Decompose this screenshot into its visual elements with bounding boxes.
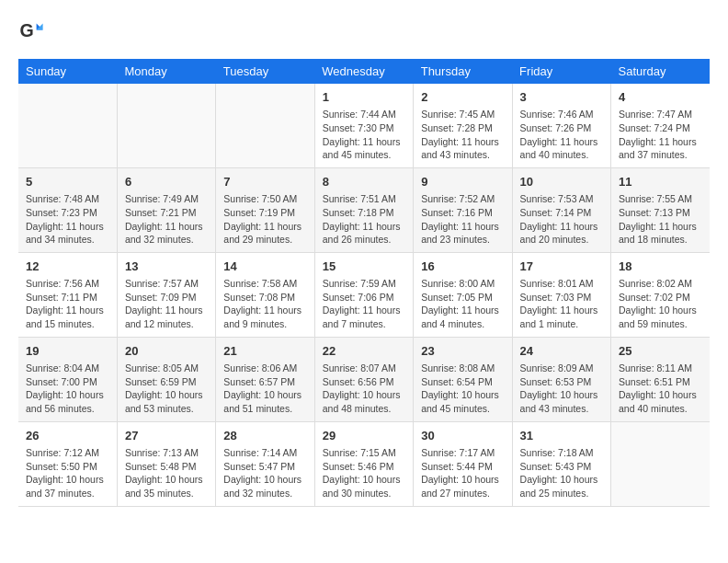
calendar-cell: 2Sunrise: 7:45 AM Sunset: 7:28 PM Daylig… xyxy=(414,84,512,167)
day-number: 27 xyxy=(125,428,208,444)
day-number: 4 xyxy=(619,89,702,106)
calendar-cell: 12Sunrise: 7:56 AM Sunset: 7:11 PM Dayli… xyxy=(18,252,117,337)
day-info: Sunrise: 7:12 AM Sunset: 5:50 PM Dayligh… xyxy=(26,446,109,500)
calendar-cell: 18Sunrise: 8:02 AM Sunset: 7:02 PM Dayli… xyxy=(611,252,710,337)
calendar-cell xyxy=(611,421,710,506)
calendar-cell: 8Sunrise: 7:51 AM Sunset: 7:18 PM Daylig… xyxy=(314,167,413,252)
day-number: 10 xyxy=(520,174,603,190)
day-info: Sunrise: 8:06 AM Sunset: 6:57 PM Dayligh… xyxy=(223,362,306,416)
day-info: Sunrise: 7:17 AM Sunset: 5:44 PM Dayligh… xyxy=(421,446,504,500)
weekday-header-sunday: Sunday xyxy=(18,59,117,84)
logo: G xyxy=(18,18,48,44)
week-row-5: 26Sunrise: 7:12 AM Sunset: 5:50 PM Dayli… xyxy=(18,421,710,506)
calendar-cell: 22Sunrise: 8:07 AM Sunset: 6:56 PM Dayli… xyxy=(314,337,413,421)
day-number: 22 xyxy=(323,343,405,360)
calendar-cell: 24Sunrise: 8:09 AM Sunset: 6:53 PM Dayli… xyxy=(512,337,610,421)
day-number: 28 xyxy=(223,428,306,444)
weekday-header-friday: Friday xyxy=(512,59,610,84)
day-number: 6 xyxy=(125,174,208,190)
calendar-cell: 13Sunrise: 7:57 AM Sunset: 7:09 PM Dayli… xyxy=(117,252,215,337)
calendar-cell: 9Sunrise: 7:52 AM Sunset: 7:16 PM Daylig… xyxy=(414,167,512,252)
weekday-header-tuesday: Tuesday xyxy=(216,59,314,84)
week-row-2: 5Sunrise: 7:48 AM Sunset: 7:23 PM Daylig… xyxy=(18,167,710,252)
day-info: Sunrise: 8:04 AM Sunset: 7:00 PM Dayligh… xyxy=(26,362,109,416)
calendar-cell: 30Sunrise: 7:17 AM Sunset: 5:44 PM Dayli… xyxy=(414,421,512,506)
day-info: Sunrise: 7:48 AM Sunset: 7:23 PM Dayligh… xyxy=(26,192,109,247)
calendar-cell xyxy=(18,84,117,167)
day-number: 8 xyxy=(323,174,405,190)
day-info: Sunrise: 7:57 AM Sunset: 7:09 PM Dayligh… xyxy=(125,277,208,331)
day-number: 24 xyxy=(520,343,603,360)
day-number: 16 xyxy=(421,259,504,275)
calendar-cell: 11Sunrise: 7:55 AM Sunset: 7:13 PM Dayli… xyxy=(611,167,710,252)
calendar-cell xyxy=(216,84,314,167)
page-header: G xyxy=(18,18,710,44)
day-info: Sunrise: 7:58 AM Sunset: 7:08 PM Dayligh… xyxy=(223,277,306,331)
day-info: Sunrise: 7:46 AM Sunset: 7:26 PM Dayligh… xyxy=(520,108,603,162)
day-number: 18 xyxy=(619,259,702,275)
day-info: Sunrise: 8:09 AM Sunset: 6:53 PM Dayligh… xyxy=(520,362,603,416)
day-info: Sunrise: 7:50 AM Sunset: 7:19 PM Dayligh… xyxy=(223,192,306,247)
calendar-cell: 20Sunrise: 8:05 AM Sunset: 6:59 PM Dayli… xyxy=(117,337,215,421)
day-info: Sunrise: 7:52 AM Sunset: 7:16 PM Dayligh… xyxy=(421,192,504,247)
day-number: 2 xyxy=(421,89,504,106)
calendar-cell: 1Sunrise: 7:44 AM Sunset: 7:30 PM Daylig… xyxy=(314,84,413,167)
day-number: 20 xyxy=(125,343,208,360)
day-info: Sunrise: 7:51 AM Sunset: 7:18 PM Dayligh… xyxy=(323,192,405,247)
day-number: 15 xyxy=(323,259,405,275)
day-info: Sunrise: 8:08 AM Sunset: 6:54 PM Dayligh… xyxy=(421,362,504,416)
day-number: 26 xyxy=(26,428,109,444)
day-info: Sunrise: 7:55 AM Sunset: 7:13 PM Dayligh… xyxy=(619,192,702,247)
calendar-header: SundayMondayTuesdayWednesdayThursdayFrid… xyxy=(18,59,710,84)
calendar-cell: 31Sunrise: 7:18 AM Sunset: 5:43 PM Dayli… xyxy=(512,421,610,506)
week-row-4: 19Sunrise: 8:04 AM Sunset: 7:00 PM Dayli… xyxy=(18,337,710,421)
calendar-cell xyxy=(117,84,215,167)
calendar-body: 1Sunrise: 7:44 AM Sunset: 7:30 PM Daylig… xyxy=(18,84,710,506)
weekday-row: SundayMondayTuesdayWednesdayThursdayFrid… xyxy=(18,59,710,84)
day-info: Sunrise: 8:11 AM Sunset: 6:51 PM Dayligh… xyxy=(619,362,702,416)
day-info: Sunrise: 7:49 AM Sunset: 7:21 PM Dayligh… xyxy=(125,192,208,247)
weekday-header-wednesday: Wednesday xyxy=(314,59,413,84)
day-number: 25 xyxy=(619,343,702,360)
calendar-cell: 21Sunrise: 8:06 AM Sunset: 6:57 PM Dayli… xyxy=(216,337,314,421)
calendar-table: SundayMondayTuesdayWednesdayThursdayFrid… xyxy=(18,59,710,507)
day-info: Sunrise: 8:05 AM Sunset: 6:59 PM Dayligh… xyxy=(125,362,208,416)
svg-text:G: G xyxy=(19,20,33,40)
week-row-3: 12Sunrise: 7:56 AM Sunset: 7:11 PM Dayli… xyxy=(18,252,710,337)
calendar-cell: 28Sunrise: 7:14 AM Sunset: 5:47 PM Dayli… xyxy=(216,421,314,506)
day-info: Sunrise: 7:45 AM Sunset: 7:28 PM Dayligh… xyxy=(421,108,504,162)
day-info: Sunrise: 7:59 AM Sunset: 7:06 PM Dayligh… xyxy=(323,277,405,331)
weekday-header-thursday: Thursday xyxy=(414,59,512,84)
calendar-cell: 26Sunrise: 7:12 AM Sunset: 5:50 PM Dayli… xyxy=(18,421,117,506)
day-number: 13 xyxy=(125,259,208,275)
day-number: 5 xyxy=(26,174,109,190)
day-number: 21 xyxy=(223,343,306,360)
calendar-cell: 15Sunrise: 7:59 AM Sunset: 7:06 PM Dayli… xyxy=(314,252,413,337)
day-number: 7 xyxy=(223,174,306,190)
weekday-header-saturday: Saturday xyxy=(611,59,710,84)
calendar-cell: 19Sunrise: 8:04 AM Sunset: 7:00 PM Dayli… xyxy=(18,337,117,421)
day-number: 3 xyxy=(520,89,603,106)
day-info: Sunrise: 7:13 AM Sunset: 5:48 PM Dayligh… xyxy=(125,446,208,500)
day-number: 29 xyxy=(323,428,405,444)
day-number: 12 xyxy=(26,259,109,275)
calendar-cell: 23Sunrise: 8:08 AM Sunset: 6:54 PM Dayli… xyxy=(414,337,512,421)
day-info: Sunrise: 8:01 AM Sunset: 7:03 PM Dayligh… xyxy=(520,277,603,331)
day-number: 19 xyxy=(26,343,109,360)
day-info: Sunrise: 7:18 AM Sunset: 5:43 PM Dayligh… xyxy=(520,446,603,500)
calendar-cell: 4Sunrise: 7:47 AM Sunset: 7:24 PM Daylig… xyxy=(611,84,710,167)
day-number: 11 xyxy=(619,174,702,190)
day-info: Sunrise: 8:02 AM Sunset: 7:02 PM Dayligh… xyxy=(619,277,702,331)
day-number: 9 xyxy=(421,174,504,190)
day-info: Sunrise: 7:44 AM Sunset: 7:30 PM Dayligh… xyxy=(323,108,405,162)
day-info: Sunrise: 7:14 AM Sunset: 5:47 PM Dayligh… xyxy=(223,446,306,500)
weekday-header-monday: Monday xyxy=(117,59,215,84)
calendar-cell: 14Sunrise: 7:58 AM Sunset: 7:08 PM Dayli… xyxy=(216,252,314,337)
day-number: 1 xyxy=(323,89,405,106)
day-info: Sunrise: 7:53 AM Sunset: 7:14 PM Dayligh… xyxy=(520,192,603,247)
day-number: 14 xyxy=(223,259,306,275)
calendar-cell: 29Sunrise: 7:15 AM Sunset: 5:46 PM Dayli… xyxy=(314,421,413,506)
calendar-cell: 7Sunrise: 7:50 AM Sunset: 7:19 PM Daylig… xyxy=(216,167,314,252)
calendar-cell: 17Sunrise: 8:01 AM Sunset: 7:03 PM Dayli… xyxy=(512,252,610,337)
calendar-cell: 6Sunrise: 7:49 AM Sunset: 7:21 PM Daylig… xyxy=(117,167,215,252)
